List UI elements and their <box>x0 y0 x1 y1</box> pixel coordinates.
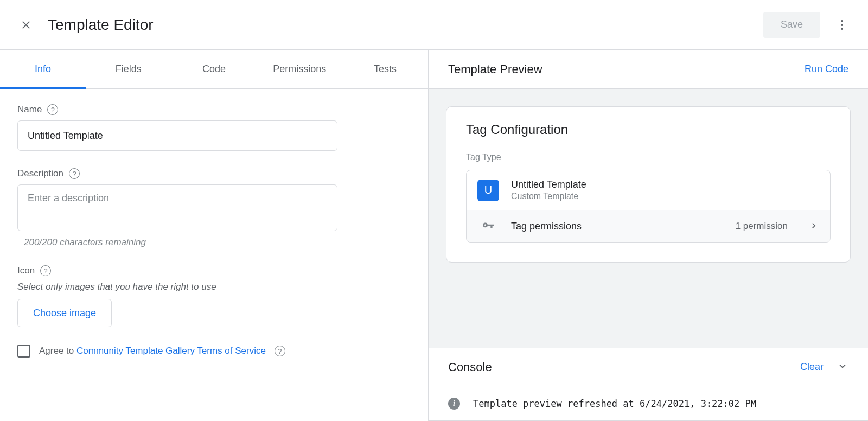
agree-text: Agree to Community Template Gallery Term… <box>39 346 266 356</box>
key-icon <box>477 219 499 233</box>
close-button[interactable] <box>13 12 39 38</box>
chevron-down-icon[interactable] <box>837 360 848 374</box>
permissions-count: 1 permission <box>736 221 788 232</box>
agree-checkbox[interactable] <box>17 345 30 358</box>
console-header: Console Clear <box>429 348 868 386</box>
tab-fields[interactable]: Fields <box>86 50 171 88</box>
agree-row: Agree to Community Template Gallery Term… <box>17 345 411 358</box>
tab-permissions[interactable]: Permissions <box>257 50 342 88</box>
char-count: 200/200 characters remaining <box>24 237 411 248</box>
info-icon: i <box>448 398 460 410</box>
run-code-button[interactable]: Run Code <box>805 63 848 75</box>
svg-point-1 <box>841 24 843 26</box>
svg-point-0 <box>841 20 843 22</box>
header: Template Editor Save <box>0 0 868 50</box>
left-pane: Info Fields Code Permissions Tests Name … <box>0 50 429 421</box>
template-letter-icon: U <box>477 180 499 201</box>
help-icon[interactable]: ? <box>69 168 80 179</box>
help-icon[interactable]: ? <box>47 104 58 115</box>
choose-image-button[interactable]: Choose image <box>17 299 112 327</box>
name-label: Name <box>17 104 42 115</box>
tab-code[interactable]: Code <box>171 50 257 88</box>
console-title: Console <box>448 360 800 374</box>
permissions-label: Tag permissions <box>511 221 724 232</box>
icon-hint: Select only images that you have the rig… <box>17 282 411 292</box>
page-title: Template Editor <box>48 16 763 34</box>
console-message: Template preview refreshed at 6/24/2021,… <box>473 398 756 409</box>
close-icon <box>20 18 33 31</box>
more-vert-icon <box>835 18 848 31</box>
tab-info[interactable]: Info <box>0 50 86 88</box>
preview-body: Tag Configuration Tag Type U Untitled Te… <box>429 89 868 348</box>
chevron-right-icon <box>808 220 819 233</box>
template-sub: Custom Template <box>511 192 819 201</box>
tag-permissions-row[interactable]: Tag permissions 1 permission <box>467 210 830 242</box>
tos-link[interactable]: Community Template Gallery Terms of Serv… <box>76 346 266 356</box>
svg-point-2 <box>841 28 843 30</box>
icon-label: Icon <box>17 265 35 276</box>
card-title: Tag Configuration <box>466 122 831 137</box>
name-input[interactable] <box>17 120 337 151</box>
preview-title: Template Preview <box>448 62 542 76</box>
tag-config-card: Tag Configuration Tag Type U Untitled Te… <box>446 106 851 263</box>
right-pane: Template Preview Run Code Tag Configurat… <box>429 50 868 421</box>
description-label: Description <box>17 168 63 179</box>
description-input[interactable] <box>17 184 337 231</box>
help-icon[interactable]: ? <box>275 346 285 356</box>
form-area: Name ? Description ? 200/200 characters … <box>0 89 428 373</box>
tabs: Info Fields Code Permissions Tests <box>0 50 428 89</box>
preview-header: Template Preview Run Code <box>429 50 868 89</box>
save-button[interactable]: Save <box>763 12 820 38</box>
tab-tests[interactable]: Tests <box>342 50 428 88</box>
tag-type-label: Tag Type <box>466 152 831 162</box>
template-name: Untitled Template <box>511 179 819 190</box>
tag-type-row[interactable]: U Untitled Template Custom Template <box>467 170 830 210</box>
clear-button[interactable]: Clear <box>800 361 824 373</box>
console-row: i Template preview refreshed at 6/24/202… <box>429 386 868 421</box>
tag-block: U Untitled Template Custom Template Tag … <box>466 170 831 243</box>
more-button[interactable] <box>829 12 855 38</box>
help-icon[interactable]: ? <box>40 265 51 276</box>
